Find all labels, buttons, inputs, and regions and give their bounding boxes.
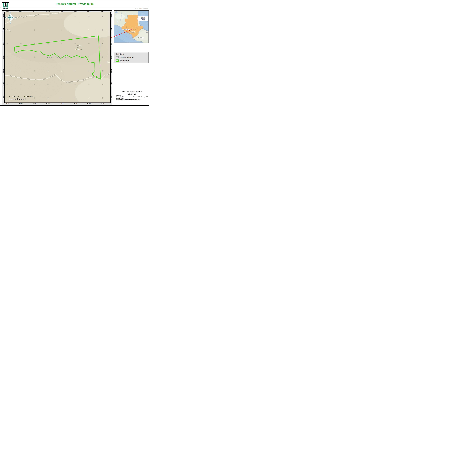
axis-tick bbox=[102, 103, 102, 103]
departmental-limit-swatch bbox=[116, 56, 119, 58]
axis-tick bbox=[7, 103, 7, 103]
san-salvador-label: San Salvador bbox=[138, 37, 144, 38]
legend-title: Simbología bbox=[116, 53, 124, 55]
svg-text:Privada Sulin: Privada Sulin bbox=[76, 49, 82, 50]
compass-s: S bbox=[10, 22, 11, 24]
scale-013: 0.13 bbox=[16, 96, 19, 97]
credits-box: Sistema de coordenadas proyectadas Proye… bbox=[115, 90, 149, 104]
main-map-frame: BAJA VERAPAZ Reserva Natural Privada Sul… bbox=[4, 12, 111, 103]
axis-tick bbox=[111, 57, 111, 57]
lake-nw bbox=[115, 11, 118, 13]
axis-tick bbox=[21, 103, 21, 103]
scale-006: 0.06 bbox=[12, 96, 15, 97]
axis-tick bbox=[89, 103, 89, 103]
compass-e: E bbox=[15, 17, 16, 19]
axis-tick bbox=[4, 30, 4, 30]
honduras-label-partial: Ho bbox=[146, 32, 148, 33]
main-map: BAJA VERAPAZ Reserva Natural Privada Sul… bbox=[5, 12, 110, 102]
conap-logo-text: CONAP bbox=[3, 7, 8, 9]
source-line: Base de datos de la Dirección Análisis G… bbox=[116, 96, 148, 98]
axis-tick bbox=[4, 71, 4, 71]
legend-label: Área protegida bbox=[120, 60, 129, 61]
map-document-page: Reserva Natural Privada Sulin DAGeos-506… bbox=[0, 0, 149, 106]
note-line: territorial no bbox=[138, 18, 148, 19]
axis-tick bbox=[111, 71, 111, 71]
axis-tick bbox=[111, 98, 111, 98]
main-map-panel: BAJA VERAPAZ Reserva Natural Privada Sul… bbox=[2, 10, 112, 105]
axis-tick bbox=[89, 11, 89, 12]
source-label: Fuente: bbox=[116, 95, 148, 96]
axis-tick-label: 1686000 bbox=[3, 28, 4, 32]
axis-tick-label: 1686200 bbox=[3, 15, 4, 18]
page-title: Reserva Natural Privada Sulin bbox=[0, 3, 149, 6]
axis-tick-label: 1685200 bbox=[3, 83, 4, 86]
note-line: Diferendo bbox=[138, 17, 148, 18]
axis-tick bbox=[111, 43, 111, 44]
legend: Simbología Límite Departamental Área pro… bbox=[114, 52, 149, 63]
legend-item-departmental: Límite Departamental bbox=[116, 56, 134, 58]
axis-tick-label: 1685000 bbox=[3, 96, 4, 100]
guatemala-city-dot bbox=[130, 32, 130, 33]
crs-line: Sistema de coordenadas proyectadas bbox=[116, 91, 148, 92]
axis-tick-label: 1685600 bbox=[3, 55, 4, 59]
axis-tick-label: 1685400 bbox=[3, 69, 4, 73]
note-line: resuelto bbox=[138, 19, 148, 20]
source-line: CONAP 2026 bbox=[116, 98, 148, 99]
axis-tick bbox=[7, 11, 7, 12]
axis-tick bbox=[4, 57, 4, 57]
legend-label: Límite Departamental bbox=[120, 57, 134, 58]
conap-logo-icon bbox=[3, 3, 8, 7]
crs-line: Datum WGS84 bbox=[116, 94, 148, 95]
axis-tick bbox=[4, 98, 4, 98]
conap-logo-box: CONAP bbox=[2, 2, 9, 9]
legend-item-protected: Área protegida bbox=[116, 59, 129, 62]
country-label: Guatemala bbox=[123, 29, 133, 30]
axis-tick bbox=[102, 11, 102, 12]
axis-tick bbox=[4, 84, 4, 84]
axis-tick bbox=[111, 30, 111, 30]
scale-0: 0 bbox=[9, 96, 10, 97]
disputed-territory-note: Diferendo territorial no resuelto bbox=[138, 16, 148, 21]
axis-tick bbox=[111, 16, 111, 17]
scale-025: 0.25 bbox=[24, 96, 27, 97]
header-divider bbox=[0, 7, 149, 7]
axis-tick bbox=[111, 84, 111, 84]
compass-o: O bbox=[5, 17, 6, 19]
axis-tick bbox=[4, 43, 4, 44]
depth-label: 721 bbox=[114, 36, 116, 37]
crs-line: Proyección GTM bbox=[116, 92, 148, 94]
monkey-icon bbox=[3, 3, 8, 7]
axis-tick-label: 1685800 bbox=[3, 42, 4, 45]
protected-area-swatch bbox=[116, 59, 119, 62]
sea-label-2: Hond bbox=[146, 21, 148, 22]
inset-map-box: B Guatemala Guatemala San Salvador Ho 72… bbox=[114, 10, 149, 43]
san-salvador-dot bbox=[137, 38, 138, 39]
inset-map: B Guatemala Guatemala San Salvador Ho 72… bbox=[114, 11, 149, 42]
axis-tick bbox=[21, 11, 21, 12]
place-label-sach: Sach bbox=[107, 61, 110, 63]
scale-unit: Kilómetros bbox=[27, 96, 33, 97]
source-line: Base de datos cartografía básica IGN 201… bbox=[116, 99, 148, 100]
svg-text:Natural: Natural bbox=[77, 47, 81, 48]
department-label: BAJA VERAPAZ bbox=[47, 57, 68, 58]
svg-text:Reserva: Reserva bbox=[77, 45, 81, 46]
axis-tick bbox=[4, 16, 4, 17]
document-code: DAGeos-506-2026-BS bbox=[135, 7, 148, 9]
compass-n: N bbox=[10, 12, 11, 13]
guatemala-city-label: Guatemala bbox=[131, 31, 135, 33]
